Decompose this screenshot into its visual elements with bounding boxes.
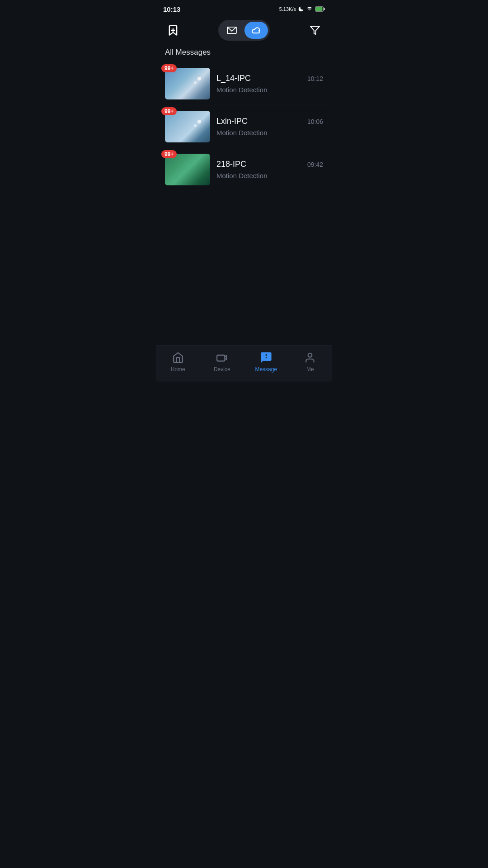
bookmark-button[interactable] — [165, 22, 181, 38]
status-time: 10:13 — [163, 5, 180, 13]
device-icon — [216, 351, 228, 364]
toggle-cloud-button[interactable] — [244, 22, 268, 39]
bookmark-add-icon — [167, 24, 179, 37]
thumbnail-wrapper: 99+ — [165, 154, 210, 185]
moon-icon — [298, 6, 304, 12]
nav-item-device[interactable]: Device — [206, 351, 238, 373]
message-content: Lxin-IPC 10:06 Motion Detection — [216, 117, 323, 137]
bottom-nav: Home Device Message Me — [156, 345, 332, 382]
list-item[interactable]: 99+ 218-IPC 09:42 Motion Detection — [156, 148, 332, 191]
message-header: L_14-IPC 10:12 — [216, 74, 323, 83]
wifi-icon — [306, 6, 313, 12]
device-name: 218-IPC — [216, 160, 246, 169]
envelope-icon — [227, 26, 237, 34]
status-bar: 10:13 5.13K/s — [156, 0, 332, 16]
badge: 99+ — [161, 107, 177, 115]
message-time: 09:42 — [307, 161, 323, 168]
filter-icon — [310, 25, 320, 36]
nav-item-me[interactable]: Me — [294, 351, 326, 373]
svg-rect-1 — [315, 7, 322, 11]
toggle-message-button[interactable] — [220, 22, 244, 39]
badge: 99+ — [161, 64, 177, 72]
device-name: L_14-IPC — [216, 74, 251, 83]
svg-point-8 — [308, 353, 312, 357]
message-content: L_14-IPC 10:12 Motion Detection — [216, 74, 323, 94]
message-header: 218-IPC 09:42 — [216, 160, 323, 169]
thumbnail — [165, 68, 210, 99]
top-bar — [156, 16, 332, 46]
svg-rect-7 — [217, 355, 225, 361]
thumbnail — [165, 154, 210, 185]
message-header: Lxin-IPC 10:06 — [216, 117, 323, 126]
svg-rect-2 — [324, 8, 324, 10]
status-right: 5.13K/s — [279, 6, 325, 12]
cloud-icon — [251, 26, 262, 34]
nav-label-home: Home — [171, 366, 185, 373]
home-icon — [172, 351, 184, 364]
thumbnail — [165, 111, 210, 142]
message-time: 10:06 — [307, 118, 323, 125]
message-type: Motion Detection — [216, 86, 323, 94]
list-item[interactable]: 99+ Lxin-IPC 10:06 Motion Detection — [156, 105, 332, 148]
nav-item-home[interactable]: Home — [162, 351, 194, 373]
message-content: 218-IPC 09:42 Motion Detection — [216, 160, 323, 179]
message-type: Motion Detection — [216, 129, 323, 137]
network-speed: 5.13K/s — [279, 6, 296, 12]
filter-button[interactable] — [307, 22, 323, 38]
section-title: All Messages — [156, 46, 332, 62]
message-icon — [260, 351, 272, 364]
message-time: 10:12 — [307, 75, 323, 82]
thumbnail-wrapper: 99+ — [165, 68, 210, 99]
nav-label-message: Message — [255, 366, 277, 373]
thumbnail-wrapper: 99+ — [165, 111, 210, 142]
message-list: 99+ L_14-IPC 10:12 Motion Detection 99+ … — [156, 62, 332, 191]
me-icon — [304, 351, 316, 364]
badge: 99+ — [161, 150, 177, 158]
message-type: Motion Detection — [216, 172, 323, 179]
list-item[interactable]: 99+ L_14-IPC 10:12 Motion Detection — [156, 62, 332, 105]
device-name: Lxin-IPC — [216, 117, 248, 126]
svg-marker-6 — [310, 26, 319, 34]
toggle-container — [218, 20, 270, 41]
nav-item-message[interactable]: Message — [250, 351, 282, 373]
nav-label-device: Device — [214, 366, 230, 373]
battery-icon — [315, 6, 325, 12]
nav-label-me: Me — [306, 366, 314, 373]
